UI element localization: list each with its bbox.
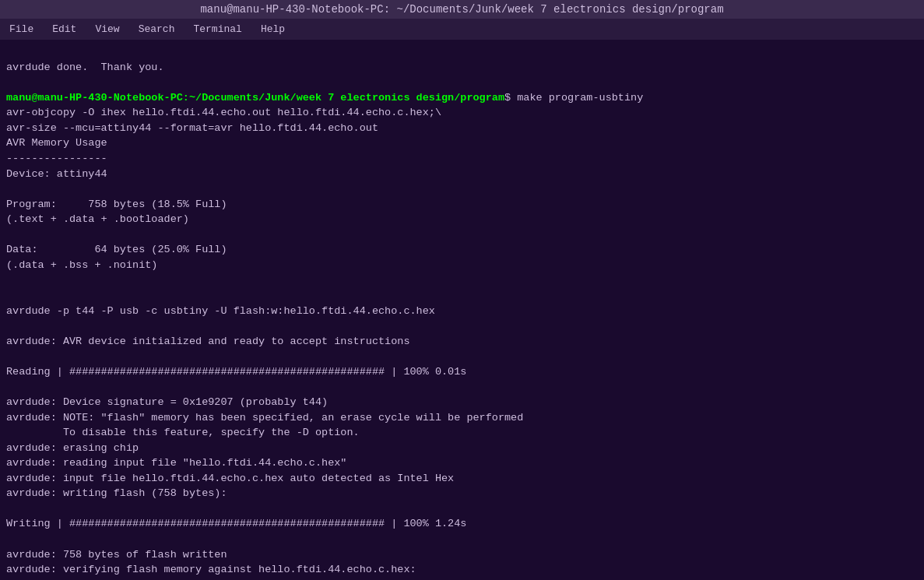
terminal-line: ---------------- xyxy=(6,151,918,167)
title-text: manu@manu-HP-430-Notebook-PC: ~/Document… xyxy=(200,3,723,16)
terminal-line: avr-objcopy -O ihex hello.ftdi.44.echo.o… xyxy=(6,105,918,121)
terminal-line: avrdude done. Thank you. xyxy=(6,60,918,76)
terminal-line xyxy=(6,227,918,243)
terminal-line: To disable this feature, specify the -D … xyxy=(6,425,918,441)
menu-search[interactable]: Search xyxy=(135,22,178,37)
terminal-line: avrdude: erasing chip xyxy=(6,441,918,456)
menu-bar: File Edit View Search Terminal Help xyxy=(0,19,924,40)
terminal-line xyxy=(6,379,918,395)
terminal-line: Writing | ##############################… xyxy=(6,516,918,532)
terminal-line xyxy=(6,318,918,334)
terminal-line: avrdude: 758 bytes of flash written xyxy=(6,547,918,563)
terminal-line: manu@manu-HP-430-Notebook-PC:~/Documents… xyxy=(6,90,918,106)
terminal-line: avr-size --mcu=attiny44 --format=avr hel… xyxy=(6,121,918,136)
terminal-line: Device: attiny44 xyxy=(6,167,918,182)
terminal-line: avrdude -p t44 -P usb -c usbtiny -U flas… xyxy=(6,304,918,319)
terminal-line: avrdude: input file hello.ftdi.44.echo.c… xyxy=(6,471,918,487)
terminal-line: (.text + .data + .bootloader) xyxy=(6,212,918,227)
terminal-line xyxy=(6,75,918,90)
terminal-line: avrdude: AVR device initialized and read… xyxy=(6,334,918,350)
terminal-line: (.data + .bss + .noinit) xyxy=(6,258,918,273)
terminal-content: avrdude done. Thank you. manu@manu-HP-43… xyxy=(0,40,924,576)
terminal-line: Program: 758 bytes (18.5% Full) xyxy=(6,197,918,213)
terminal-line xyxy=(6,349,918,364)
terminal-line xyxy=(6,181,918,197)
terminal-line: avrdude: NOTE: "flash" memory has been s… xyxy=(6,410,918,426)
terminal-line: avrdude: verifying flash memory against … xyxy=(6,562,918,576)
title-bar: manu@manu-HP-430-Notebook-PC: ~/Document… xyxy=(0,0,924,19)
menu-terminal[interactable]: Terminal xyxy=(190,22,244,37)
terminal-line xyxy=(6,288,918,304)
terminal-line xyxy=(6,272,918,288)
terminal-line: avrdude: writing flash (758 bytes): xyxy=(6,486,918,501)
menu-view[interactable]: View xyxy=(92,22,122,37)
command-text: $ make program-usbtiny xyxy=(504,92,643,104)
menu-file[interactable]: File xyxy=(6,22,37,37)
terminal-line xyxy=(6,501,918,517)
menu-edit[interactable]: Edit xyxy=(49,22,79,37)
terminal-line: AVR Memory Usage xyxy=(6,135,918,151)
terminal-line: Reading | ##############################… xyxy=(6,364,918,380)
terminal-line xyxy=(6,532,918,547)
terminal-line: avrdude: Device signature = 0x1e9207 (pr… xyxy=(6,395,918,410)
menu-help[interactable]: Help xyxy=(258,22,288,37)
terminal-line: avrdude: reading input file "hello.ftdi.… xyxy=(6,455,918,471)
terminal-line: Data: 64 bytes (25.0% Full) xyxy=(6,242,918,258)
prompt-text: manu@manu-HP-430-Notebook-PC:~/Documents… xyxy=(6,92,504,104)
